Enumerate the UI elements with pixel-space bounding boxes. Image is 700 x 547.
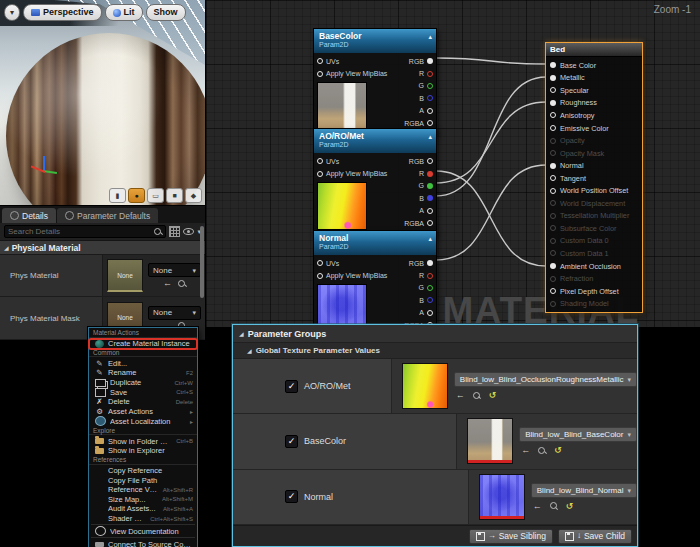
browse-icon[interactable]	[550, 502, 558, 510]
material-pin-pixel-depth-offset[interactable]: Pixel Depth Offset	[550, 285, 642, 298]
asset-combobox[interactable]: None▾	[148, 306, 201, 320]
preview-shape-custom-mesh-button[interactable]: ◆	[185, 188, 202, 203]
collapse-arrow-icon[interactable]: ▴	[428, 133, 432, 140]
white-pin[interactable]	[550, 225, 556, 231]
perspective-button[interactable]: Perspective	[23, 4, 102, 21]
blue-pin[interactable]	[427, 95, 433, 101]
collapse-arrow-icon[interactable]: ▴	[428, 235, 432, 242]
preview-shape-cube-button[interactable]: ■	[166, 188, 183, 203]
basecolor-texture-thumbnail[interactable]	[467, 418, 513, 464]
blue-pin[interactable]	[427, 297, 433, 303]
white-pin[interactable]	[550, 138, 556, 144]
material-pin-tangent[interactable]: Tangent	[550, 172, 642, 185]
white-pin[interactable]	[550, 263, 556, 269]
white-pin[interactable]	[550, 100, 556, 106]
menu-item-connect-to-source-control[interactable]: Connect To Source Control...	[89, 539, 197, 547]
node-header[interactable]: AO/RO/MetParam2D▴	[314, 129, 436, 153]
search-input[interactable]: Search Details	[4, 225, 166, 238]
node-header[interactable]: NormalParam2D▴	[314, 231, 436, 255]
white-pin[interactable]	[550, 238, 556, 244]
show-button[interactable]: Show	[146, 4, 186, 21]
browse-icon[interactable]	[538, 447, 546, 455]
section-header-physical-material[interactable]: ◢ Physical Material	[0, 241, 205, 255]
white-pin[interactable]	[317, 260, 323, 266]
parameter-groups-header[interactable]: ◢ Parameter Groups	[233, 325, 637, 343]
menu-item-view-documentation[interactable]: View Documentation	[89, 526, 197, 536]
white-pin[interactable]	[550, 200, 556, 206]
menu-item-rename[interactable]: ✎RenameF2	[89, 368, 197, 378]
tab-details[interactable]: Details	[2, 208, 56, 223]
checkbox[interactable]: ✓	[285, 380, 298, 393]
basecolor-texture-thumbnail[interactable]	[317, 82, 367, 130]
orm-texture-thumbnail[interactable]	[402, 363, 448, 409]
material-pin-metallic[interactable]: Metallic	[550, 72, 642, 85]
white-pin[interactable]	[317, 171, 323, 177]
preview-shape-sphere-button[interactable]: ●	[128, 188, 145, 203]
white-pin[interactable]	[317, 71, 323, 77]
white-pin[interactable]	[427, 108, 433, 114]
texture-dropdown[interactable]: Blind_low_Blind_OcclusionRoughnessMetall…	[454, 372, 637, 387]
material-pin-emissive-color[interactable]: Emissive Color	[550, 122, 642, 135]
menu-item-show-in-explorer[interactable]: Show in Explorer	[89, 446, 197, 456]
use-selected-icon[interactable]: ←	[163, 279, 172, 288]
white-pin[interactable]	[550, 125, 556, 131]
white-pin[interactable]	[317, 58, 323, 64]
red-pin[interactable]	[427, 171, 433, 177]
browse-icon[interactable]	[473, 392, 481, 400]
save-sibling-button[interactable]: →Save Sibling	[469, 529, 553, 544]
grid-view-icon[interactable]	[169, 226, 180, 237]
material-result-node[interactable]: Bed Base ColorMetallicSpecularRoughnessA…	[545, 42, 643, 313]
white-pin[interactable]	[550, 301, 556, 307]
use-selected-icon[interactable]: ←	[533, 502, 542, 511]
reset-to-default-icon[interactable]: ↺	[566, 502, 574, 511]
white-pin[interactable]	[550, 276, 556, 282]
texture-dropdown[interactable]: Blind_low_Blind_Normal▾	[531, 483, 637, 498]
white-pin[interactable]	[550, 87, 556, 93]
menu-item-asset-actions[interactable]: ⚙Asset Actions▸	[89, 407, 197, 417]
checkbox[interactable]: ✓	[285, 435, 298, 448]
preview-viewport[interactable]: ▾PerspectiveLitShow ▮●▭■◆	[0, 0, 205, 205]
texture-node-ao-ro-met[interactable]: AO/RO/MetParam2D▴UVsApply View MipBiasRG…	[313, 128, 437, 234]
white-pin[interactable]	[550, 75, 556, 81]
viewport-options-dropdown[interactable]: ▾	[4, 4, 20, 21]
material-pin-specular[interactable]: Specular	[550, 84, 642, 97]
green-pin[interactable]	[427, 183, 433, 189]
material-node-graph[interactable]: Zoom -1 MATERIAL BaseColorParam2D▴UVsApp…	[205, 0, 700, 327]
white-pin[interactable]	[550, 188, 556, 194]
white-pin[interactable]	[550, 213, 556, 219]
material-pin-anisotropy[interactable]: Anisotropy	[550, 109, 642, 122]
blue-pin[interactable]	[427, 195, 433, 201]
save-child-button[interactable]: ↓Save Child	[558, 529, 632, 544]
menu-item-copy-file-path[interactable]: Copy File Path	[89, 475, 197, 485]
reset-to-default-icon[interactable]: ↺	[554, 446, 562, 455]
material-pin-ambient-occlusion[interactable]: Ambient Occlusion	[550, 260, 642, 273]
orm-texture-thumbnail[interactable]	[317, 182, 367, 230]
white-pin[interactable]	[550, 175, 556, 181]
menu-item-edit[interactable]: ✎Edit...	[89, 358, 197, 368]
reset-to-default-icon[interactable]: ↺	[489, 391, 497, 400]
menu-item-copy-reference[interactable]: Copy Reference	[89, 466, 197, 476]
white-pin[interactable]	[550, 288, 556, 294]
red-pin[interactable]	[427, 273, 433, 279]
menu-item-show-in-folder-view[interactable]: Show in Folder ViewCtrl+B	[89, 436, 197, 446]
tab-parameter-defaults[interactable]: Parameter Defaults	[57, 208, 158, 223]
green-pin[interactable]	[427, 83, 433, 89]
red-pin[interactable]	[427, 71, 433, 77]
use-selected-icon[interactable]: ←	[456, 391, 465, 400]
material-pin-roughness[interactable]: Roughness	[550, 97, 642, 110]
menu-item-create-material-instance[interactable]: Create Material Instance	[89, 339, 197, 349]
menu-item-shader-cook-statistics[interactable]: Shader Cook Statistics...Ctrl+Alt+Shift+…	[89, 514, 197, 524]
menu-item-duplicate[interactable]: DuplicateCtrl+W	[89, 378, 197, 388]
white-pin[interactable]	[427, 220, 433, 226]
menu-item-asset-localization[interactable]: Asset Localization▸	[89, 416, 197, 426]
normal-texture-thumbnail[interactable]	[317, 284, 367, 327]
menu-item-delete[interactable]: ✗DeleteDelete	[89, 397, 197, 407]
checkbox[interactable]: ✓	[285, 490, 298, 503]
asset-thumbnail[interactable]: None	[107, 259, 143, 292]
global-texture-group-header[interactable]: ◢ Global Texture Parameter Values	[233, 343, 637, 359]
white-pin[interactable]	[550, 150, 556, 156]
white-pin[interactable]	[317, 158, 323, 164]
white-pin[interactable]	[427, 208, 433, 214]
white-pin[interactable]	[427, 58, 433, 64]
menu-item-audit-assets[interactable]: Audit Assets...Alt+Shift+A	[89, 504, 197, 514]
